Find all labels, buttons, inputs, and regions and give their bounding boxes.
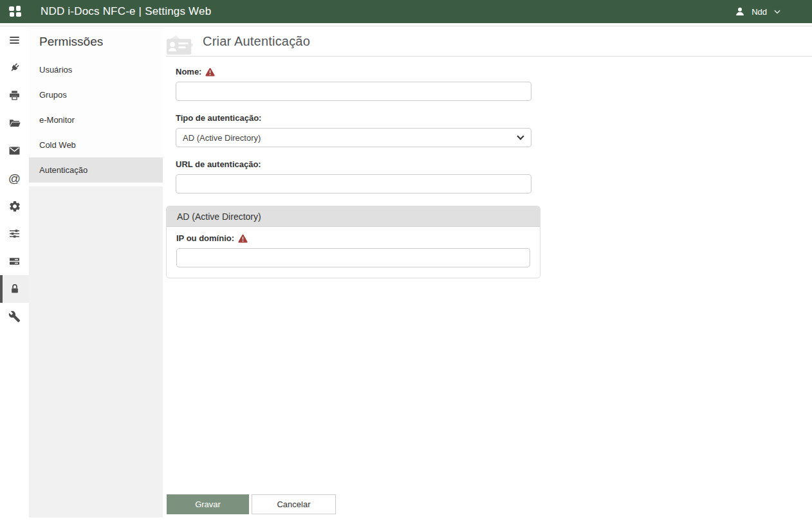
sidebar-item-e-monitor[interactable]: e-Monitor — [29, 107, 163, 132]
rail-item-connections[interactable] — [0, 54, 29, 82]
id-card-icon — [166, 35, 193, 56]
rail-item-files[interactable] — [0, 109, 29, 137]
sidebar-title: Permissões — [29, 26, 163, 57]
tipo-select[interactable]: AD (Active Directory) — [176, 128, 531, 147]
sidebar-item-cold-web[interactable]: Cold Web — [29, 132, 163, 158]
user-name: Ndd — [752, 7, 767, 17]
page-header: Criar Autenticação — [166, 26, 812, 57]
menu-icon — [8, 34, 21, 46]
sidebar-item-usuarios[interactable]: Usuários — [29, 57, 163, 82]
stack-icon — [8, 255, 21, 267]
sidebar-list: Permissões Usuários Grupos e-Monitor Col… — [29, 26, 163, 186]
rail-item-email-domain[interactable]: @ — [0, 165, 29, 192]
topbar: NDD i-Docs NFC-e | Settings Web Ndd — [0, 0, 812, 23]
field-tipo: Tipo de autenticação: AD (Active Directo… — [176, 113, 531, 147]
tipo-label: Tipo de autenticação: — [176, 113, 531, 123]
field-url: URL de autenticação: — [176, 159, 531, 194]
rail-item-printers[interactable] — [0, 82, 29, 109]
nome-label-text: Nome: — [176, 67, 201, 76]
main-content: Criar Autenticação Nome: Tipo de autenti… — [163, 26, 812, 521]
nome-label: Nome: — [176, 67, 531, 76]
ad-panel: AD (Active Directory) IP ou domínio: — [166, 206, 540, 278]
rail-item-tools[interactable] — [0, 303, 29, 330]
ad-panel-title: AD (Active Directory) — [167, 206, 540, 227]
sidebar-item-grupos[interactable]: Grupos — [29, 82, 163, 107]
printer-icon — [8, 89, 21, 102]
gear-icon — [8, 200, 21, 213]
rail-item-permissions[interactable] — [0, 275, 29, 303]
ip-label-text: IP ou domínio: — [176, 233, 234, 243]
rail-item-preferences[interactable] — [0, 220, 29, 248]
url-input[interactable] — [176, 174, 531, 194]
rail-item-menu[interactable] — [0, 26, 29, 54]
save-button[interactable]: Gravar — [167, 494, 249, 514]
page-title: Criar Autenticação — [203, 34, 310, 49]
icon-rail: @ — [0, 26, 29, 521]
required-warning-icon — [205, 68, 215, 76]
form-actions: Gravar Cancelar — [167, 494, 336, 514]
envelope-icon — [8, 145, 21, 157]
url-label-text: URL de autenticação: — [176, 159, 261, 169]
url-label: URL de autenticação: — [176, 159, 531, 169]
rail-item-servers[interactable] — [0, 248, 29, 275]
chevron-down-icon — [773, 7, 782, 16]
sliders-icon — [8, 228, 21, 240]
sidebar: Permissões Usuários Grupos e-Monitor Col… — [29, 26, 163, 521]
rail-item-mail[interactable] — [0, 137, 29, 165]
body-row: @ Permissões Usuários Grupos — [0, 26, 812, 521]
plug-icon — [8, 62, 21, 74]
required-warning-icon — [238, 234, 248, 243]
app-title: NDD i-Docs NFC-e | Settings Web — [41, 5, 211, 18]
at-icon: @ — [8, 172, 21, 184]
app: NDD i-Docs NFC-e | Settings Web Ndd — [0, 0, 812, 521]
user-menu[interactable]: Ndd — [734, 6, 782, 17]
cancel-button[interactable]: Cancelar — [252, 494, 336, 514]
tipo-label-text: Tipo de autenticação: — [176, 113, 261, 123]
auth-form: Nome: Tipo de autenticação: AD (Active D… — [166, 57, 812, 278]
sidebar-item-autenticacao[interactable]: Autenticação — [29, 158, 163, 183]
wrench-icon — [8, 310, 21, 323]
ip-input[interactable] — [176, 248, 530, 267]
app-logo-icon — [9, 6, 22, 17]
user-icon — [734, 6, 746, 17]
ip-label: IP ou domínio: — [176, 233, 530, 243]
nome-input[interactable] — [176, 82, 531, 101]
field-nome: Nome: — [176, 67, 531, 101]
folder-open-icon — [8, 117, 21, 129]
rail-item-settings[interactable] — [0, 192, 29, 220]
lock-icon — [9, 283, 21, 295]
ad-panel-body: IP ou domínio: — [167, 227, 540, 278]
